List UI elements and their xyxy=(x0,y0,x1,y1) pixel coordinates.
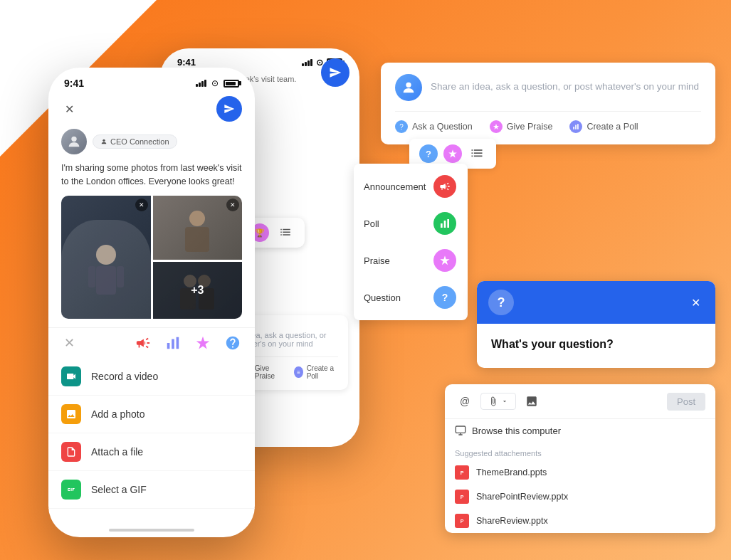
svg-rect-23 xyxy=(472,152,473,154)
dropdown-announcement[interactable]: Announcement xyxy=(354,168,468,205)
svg-rect-0 xyxy=(280,229,282,231)
praise-icon-btn xyxy=(490,120,503,133)
photo-icon xyxy=(61,404,81,424)
close-button[interactable]: ✕ xyxy=(61,101,77,117)
create-poll-label: Create a Poll xyxy=(587,122,638,132)
gif-icon xyxy=(61,480,81,500)
at-mention-icon[interactable]: @ xyxy=(455,391,475,411)
ask-question-btn[interactable]: ? Ask a Question xyxy=(395,120,473,133)
action-close[interactable]: ✕ xyxy=(61,335,77,351)
action-praise-icon[interactable] xyxy=(194,334,212,352)
ceo-badge: CEO Connection xyxy=(93,134,177,149)
question-dialog-close[interactable]: ✕ xyxy=(687,294,704,311)
composer-input-row: Share an idea, ask a question, or post w… xyxy=(395,74,701,101)
send-button-back[interactable] xyxy=(321,58,349,87)
phone-front: 9:41 ⊙ ✕ CEO Connection I'm sharing some… xyxy=(48,68,255,537)
attachment-toolbar: @ Post xyxy=(445,384,715,419)
photo-cell-2: ✕ xyxy=(153,196,243,260)
photo-count-overlay: +3 xyxy=(153,262,243,319)
list-icon-mini xyxy=(276,223,295,242)
action-question-icon[interactable] xyxy=(223,334,242,352)
menu-item-select-gif[interactable]: Select a GIF xyxy=(48,471,255,509)
svg-rect-29 xyxy=(447,219,449,228)
image-icon[interactable] xyxy=(522,391,542,411)
praise-circle-icon xyxy=(433,249,456,272)
menu-item-attach-file[interactable]: Attach a file xyxy=(48,433,255,471)
svg-rect-11 xyxy=(117,266,124,287)
question-dialog-header: ? ✕ xyxy=(477,281,715,324)
dropdown-poll[interactable]: Poll xyxy=(354,205,468,242)
mini-question-icon[interactable]: ? xyxy=(419,144,438,163)
announcement-dropdown: Announcement Poll Praise Question ? xyxy=(354,164,468,320)
give-praise-label: Give Praise xyxy=(507,122,553,132)
filename-2: ShareReview.pptx xyxy=(476,516,548,526)
svg-rect-3 xyxy=(283,232,290,233)
pptx-icon-2: P xyxy=(455,514,469,528)
attach-dropdown-btn[interactable] xyxy=(480,393,516,410)
send-button[interactable] xyxy=(216,96,242,122)
menu-item-add-photo[interactable]: Add a photo xyxy=(48,396,255,433)
video-icon xyxy=(61,366,81,386)
pptx-icon-0: P xyxy=(455,465,469,480)
post-button[interactable]: Post xyxy=(667,393,705,411)
create-poll-btn[interactable]: Create a Poll xyxy=(569,120,638,133)
phone-header: ✕ xyxy=(48,93,255,129)
announcement-circle-icon xyxy=(433,175,456,198)
question-dialog-body: What's your question? xyxy=(477,324,715,368)
pptx-icon-1: P xyxy=(455,490,469,504)
post-author-row: CEO Connection xyxy=(48,129,255,160)
filename-1: SharePointReview.pptx xyxy=(476,492,568,502)
time-display: 9:41 xyxy=(64,78,84,89)
dropdown-praise[interactable]: Praise xyxy=(354,242,468,279)
svg-rect-31 xyxy=(574,127,575,130)
svg-point-12 xyxy=(189,211,205,226)
post-composer: Share an idea, ask a question, or post w… xyxy=(381,63,715,144)
svg-rect-20 xyxy=(177,337,179,349)
attachment-panel: @ Post Browse this computer Suggested at… xyxy=(445,384,715,533)
svg-point-6 xyxy=(71,137,76,142)
poll-icon-btn xyxy=(569,120,582,133)
wifi-icon: ⊙ xyxy=(211,78,219,88)
file-icon xyxy=(61,442,81,462)
signal-icon xyxy=(302,59,312,66)
author-avatar xyxy=(61,129,87,154)
phone-back-time: 9:41 xyxy=(177,57,196,68)
svg-rect-25 xyxy=(472,156,473,157)
give-praise-btn[interactable]: Give Praise xyxy=(490,120,553,133)
action-poll-icon[interactable] xyxy=(164,334,182,352)
file-row-1[interactable]: P SharePointReview.pptx xyxy=(445,485,715,509)
home-indicator xyxy=(109,529,194,532)
announcement-label: Announcement xyxy=(364,181,426,192)
svg-rect-33 xyxy=(577,124,579,130)
composer-placeholder[interactable]: Share an idea, ask a question, or post w… xyxy=(431,74,701,92)
question-dialog: ? ✕ What's your question? xyxy=(477,281,715,368)
remove-photo-1[interactable]: ✕ xyxy=(135,199,148,211)
action-icons xyxy=(134,334,242,352)
select-gif-label: Select a GIF xyxy=(91,484,147,495)
remove-photo-2[interactable]: ✕ xyxy=(226,199,239,211)
poll-circle-icon xyxy=(433,212,456,235)
file-row-0[interactable]: P ThemeBrand.ppts xyxy=(445,460,715,485)
create-poll-back[interactable]: ≡ Create a Poll xyxy=(294,364,338,380)
menu-item-record-video[interactable]: Record a video xyxy=(48,358,255,396)
mini-praise-icon[interactable] xyxy=(443,144,462,163)
photo-cell-3: +3 xyxy=(153,262,243,319)
add-photo-label: Add a photo xyxy=(91,408,145,420)
mini-list-icon[interactable] xyxy=(468,144,486,163)
ask-question-label: Ask a Question xyxy=(412,122,473,132)
browse-label: Browse this computer xyxy=(472,426,561,436)
composer-actions: ? Ask a Question Give Praise Create a Po… xyxy=(395,111,701,133)
give-praise-label-back: Give Praise xyxy=(255,364,283,380)
svg-rect-19 xyxy=(172,339,174,349)
photo-grid: ✕ ✕ +3 xyxy=(61,196,242,319)
svg-rect-21 xyxy=(472,149,473,151)
file-row-2[interactable]: P ShareReview.pptx xyxy=(445,509,715,533)
svg-rect-18 xyxy=(167,343,170,349)
svg-rect-34 xyxy=(456,426,465,433)
svg-rect-27 xyxy=(441,223,443,228)
post-text: I'm sharing some photos from last week's… xyxy=(48,160,255,196)
browse-computer-btn[interactable]: Browse this computer xyxy=(445,419,715,442)
dropdown-question[interactable]: Question ? xyxy=(354,279,468,316)
signal-bars xyxy=(196,80,206,87)
action-announcement-icon[interactable] xyxy=(134,334,152,352)
